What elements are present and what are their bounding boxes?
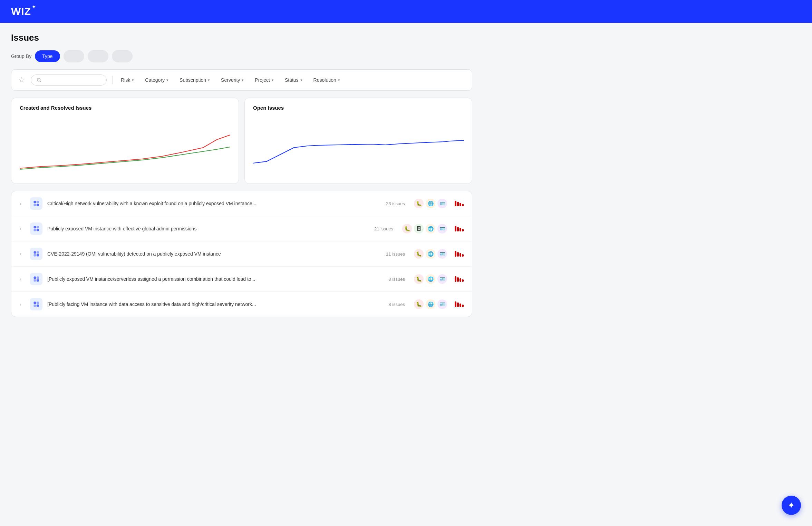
severity-bars [455, 226, 464, 231]
logo-text: wiz [11, 6, 31, 17]
id-icon: 🪪 [437, 299, 447, 309]
svg-rect-18 [34, 302, 36, 304]
fab-icon: ✦ [787, 500, 795, 511]
search-icon [37, 77, 41, 83]
expand-arrow-icon: › [20, 226, 25, 231]
issue-count: 11 issues [386, 251, 405, 257]
issue-text: CVE-2022-29149 (OMI vulnerability) detec… [47, 251, 378, 257]
bug-icon: 🐛 [414, 199, 424, 208]
globe-icon: 🌐 [426, 224, 435, 234]
issue-count: 8 issues [388, 302, 405, 307]
star-favorite-icon[interactable]: ☆ [18, 76, 25, 85]
issue-row[interactable]: › [Publicly facing VM instance with data… [11, 292, 472, 317]
db-icon: 🗄 [414, 224, 424, 234]
chevron-down-icon: ▾ [166, 78, 168, 82]
id-icon: 🪪 [437, 249, 447, 259]
chevron-down-icon: ▾ [132, 78, 134, 82]
id-icon: 🪪 [437, 224, 447, 234]
search-input[interactable] [44, 77, 101, 83]
issue-type-icon [30, 273, 42, 285]
severity-bars [455, 276, 464, 282]
filter-resolution[interactable]: Resolution ▾ [311, 76, 343, 84]
issue-badges: 🐛 🌐 🪪 [414, 299, 447, 309]
issue-badges: 🐛 🗄 🌐 🪪 [402, 224, 447, 234]
svg-rect-20 [34, 305, 36, 307]
issue-text: [Publicly exposed VM instance/serverless… [47, 276, 381, 282]
filter-category[interactable]: Category ▾ [142, 76, 171, 84]
svg-rect-4 [34, 204, 36, 206]
chart-left-svg [20, 115, 230, 177]
chevron-down-icon: ▾ [272, 78, 274, 82]
chart-created-resolved: Created and Resolved Issues [11, 98, 239, 184]
globe-icon: 🌐 [426, 274, 435, 284]
filter-divider [112, 76, 113, 84]
group-by-opt2[interactable] [64, 50, 84, 62]
group-by-opt3[interactable] [88, 50, 108, 62]
severity-bars [455, 201, 464, 206]
issue-badges: 🐛 🌐 🪪 [414, 274, 447, 284]
svg-rect-7 [37, 226, 39, 229]
globe-icon: 🌐 [426, 299, 435, 309]
issue-count: 23 issues [386, 201, 405, 206]
svg-rect-5 [37, 204, 39, 206]
svg-rect-8 [34, 229, 36, 231]
issue-row[interactable]: › Publicly exposed VM instance with effe… [11, 216, 472, 241]
severity-bars [455, 301, 464, 307]
chart-open-issues: Open Issues [244, 98, 472, 184]
svg-rect-13 [37, 254, 39, 257]
issue-type-icon [30, 298, 42, 310]
svg-rect-6 [34, 226, 36, 229]
expand-arrow-icon: › [20, 276, 25, 282]
issue-type-icon [30, 222, 42, 235]
chevron-down-icon: ▾ [242, 78, 244, 82]
bug-icon: 🐛 [414, 274, 424, 284]
charts-row: Created and Resolved Issues Open Issues [11, 98, 472, 184]
svg-rect-16 [34, 279, 36, 282]
svg-rect-14 [34, 277, 36, 279]
issue-count: 21 issues [374, 226, 393, 231]
logo-star: ✦ [32, 4, 36, 10]
chevron-down-icon: ▾ [208, 78, 210, 82]
group-by-type[interactable]: Type [35, 50, 60, 62]
issue-text: Publicly exposed VM instance with effect… [47, 226, 367, 231]
globe-icon: 🌐 [426, 199, 435, 208]
svg-rect-10 [34, 251, 36, 254]
expand-arrow-icon: › [20, 201, 25, 206]
filter-bar: ☆ Risk ▾ Category ▾ Subscription ▾ Serve… [11, 69, 472, 91]
expand-arrow-icon: › [20, 251, 25, 257]
chart-left-title: Created and Resolved Issues [20, 105, 230, 111]
issue-row[interactable]: › Critical/High network vulnerability wi… [11, 191, 472, 216]
fab-button[interactable]: ✦ [782, 496, 801, 515]
search-box [31, 75, 107, 86]
severity-bars [455, 251, 464, 257]
issue-type-icon [30, 197, 42, 210]
logo: wiz✦ [11, 6, 36, 17]
filter-risk[interactable]: Risk ▾ [118, 76, 137, 84]
svg-line-1 [40, 81, 41, 82]
globe-icon: 🌐 [426, 249, 435, 259]
svg-rect-3 [37, 201, 39, 204]
issue-row[interactable]: › [Publicly exposed VM instance/serverle… [11, 267, 472, 292]
svg-rect-15 [37, 277, 39, 279]
svg-rect-12 [34, 254, 36, 257]
issue-row[interactable]: › CVE-2022-29149 (OMI vulnerability) det… [11, 241, 472, 267]
page-title: Issues [11, 32, 472, 43]
filter-project[interactable]: Project ▾ [252, 76, 277, 84]
bug-icon: 🐛 [414, 299, 424, 309]
bug-icon: 🐛 [402, 224, 412, 234]
filter-subscription[interactable]: Subscription ▾ [177, 76, 213, 84]
issue-type-icon [30, 248, 42, 260]
issue-text: Critical/High network vulnerability with… [47, 201, 378, 206]
filter-severity[interactable]: Serverity ▾ [218, 76, 246, 84]
filter-status[interactable]: Status ▾ [282, 76, 305, 84]
app-header: wiz✦ [0, 0, 812, 23]
issue-count: 8 issues [388, 277, 405, 282]
chevron-down-icon: ▾ [300, 78, 302, 82]
issue-badges: 🐛 🌐 🪪 [414, 249, 447, 259]
chart-right-title: Open Issues [253, 105, 464, 111]
issue-list: › Critical/High network vulnerability wi… [11, 191, 472, 317]
group-by-opt4[interactable] [112, 50, 133, 62]
issue-badges: 🐛 🌐 🪪 [414, 199, 447, 208]
svg-rect-17 [37, 279, 39, 282]
group-by-row: Group By Type [11, 50, 472, 62]
